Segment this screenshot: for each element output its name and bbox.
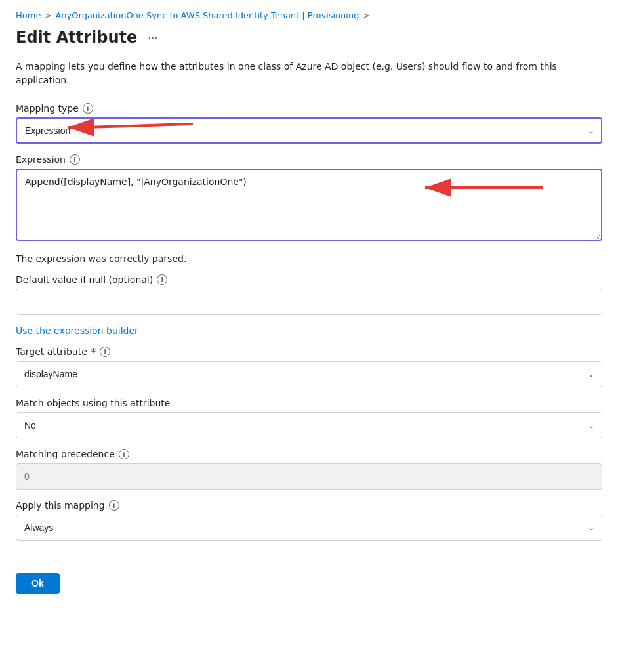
breadcrumb-separator-1: > bbox=[45, 11, 51, 20]
page-title: Edit Attribute bbox=[16, 28, 137, 47]
matching-precedence-section: Matching precedence i bbox=[16, 449, 602, 490]
expression-builder-link[interactable]: Use the expression builder bbox=[16, 326, 138, 336]
default-value-input[interactable] bbox=[16, 289, 602, 315]
breadcrumb: Home > AnyOrganizationOne Sync to AWS Sh… bbox=[16, 10, 602, 20]
apply-mapping-section: Apply this mapping i Always Only during … bbox=[16, 500, 602, 541]
target-attribute-required: * bbox=[91, 346, 96, 357]
target-attribute-section: Target attribute * i displayName givenNa… bbox=[16, 346, 602, 387]
breadcrumb-middle[interactable]: AnyOrganizationOne Sync to AWS Shared Id… bbox=[55, 10, 359, 20]
default-value-label: Default value if null (optional) i bbox=[16, 274, 602, 285]
breadcrumb-home[interactable]: Home bbox=[16, 10, 41, 20]
match-objects-section: Match objects using this attribute No Ye… bbox=[16, 398, 602, 438]
expression-textarea-wrapper: Append([displayName], "|AnyOrganizationO… bbox=[16, 169, 602, 243]
default-value-section: Default value if null (optional) i bbox=[16, 274, 602, 315]
page-container: Home > AnyOrganizationOne Sync to AWS Sh… bbox=[0, 0, 618, 620]
breadcrumb-separator-2: > bbox=[363, 11, 369, 20]
mapping-type-dropdown-wrapper: Expression Direct Constant ⌄ bbox=[16, 117, 602, 144]
divider bbox=[16, 556, 602, 557]
match-objects-dropdown-wrapper: No Yes ⌄ bbox=[16, 412, 602, 438]
match-objects-select[interactable]: No Yes bbox=[16, 412, 602, 438]
target-attribute-label: Target attribute * i bbox=[16, 346, 602, 357]
default-value-info-icon[interactable]: i bbox=[157, 274, 167, 285]
apply-mapping-select[interactable]: Always Only during object creation Only … bbox=[16, 514, 602, 541]
expression-section: Expression i Append([displayName], "|Any… bbox=[16, 154, 602, 243]
matching-precedence-label: Matching precedence i bbox=[16, 449, 602, 459]
more-options-button[interactable]: ··· bbox=[144, 30, 161, 46]
expression-label: Expression i bbox=[16, 154, 602, 165]
mapping-type-section: Mapping type i Expression Direct Constan… bbox=[16, 103, 602, 144]
mapping-type-select[interactable]: Expression Direct Constant bbox=[16, 117, 602, 144]
mapping-type-field-wrapper: Expression Direct Constant ⌄ bbox=[16, 117, 602, 144]
matching-precedence-info-icon[interactable]: i bbox=[119, 449, 129, 459]
mapping-type-info-icon[interactable]: i bbox=[83, 103, 93, 114]
mapping-type-label: Mapping type i bbox=[16, 103, 602, 114]
apply-mapping-info-icon[interactable]: i bbox=[109, 500, 119, 511]
target-attribute-select[interactable]: displayName givenName surname mail userP… bbox=[16, 361, 602, 387]
match-objects-label: Match objects using this attribute bbox=[16, 398, 602, 408]
matching-precedence-input[interactable] bbox=[16, 463, 602, 490]
page-title-row: Edit Attribute ··· bbox=[16, 28, 602, 47]
target-attribute-info-icon[interactable]: i bbox=[100, 346, 110, 357]
apply-mapping-dropdown-wrapper: Always Only during object creation Only … bbox=[16, 514, 602, 541]
apply-mapping-label: Apply this mapping i bbox=[16, 500, 602, 511]
parse-status: The expression was correctly parsed. bbox=[16, 253, 602, 264]
ok-button[interactable]: Ok bbox=[16, 573, 60, 594]
expression-info-icon[interactable]: i bbox=[70, 154, 80, 165]
expression-textarea[interactable]: Append([displayName], "|AnyOrganizationO… bbox=[16, 169, 602, 241]
page-description: A mapping lets you define how the attrib… bbox=[16, 60, 593, 87]
target-attribute-dropdown-wrapper: displayName givenName surname mail userP… bbox=[16, 361, 602, 387]
